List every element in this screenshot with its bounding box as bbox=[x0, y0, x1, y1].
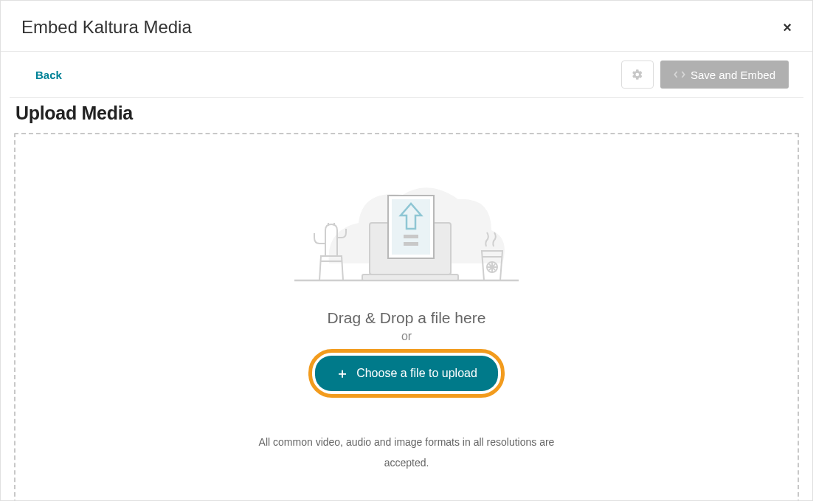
toolbar-right: Save and Embed bbox=[621, 61, 789, 89]
close-icon: × bbox=[783, 19, 792, 35]
close-button[interactable]: × bbox=[783, 20, 792, 35]
plus-icon: ＋ bbox=[336, 365, 349, 382]
toolbar: Back Save and Embed bbox=[10, 52, 803, 98]
modal-title: Embed Kaltura Media bbox=[21, 17, 192, 38]
svg-rect-8 bbox=[404, 235, 418, 238]
upload-illustration bbox=[288, 156, 525, 289]
choose-file-label: Choose a file to upload bbox=[356, 367, 477, 380]
drop-prompt-text: Drag & Drop a file here bbox=[23, 309, 790, 327]
highlight-ring: ＋ Choose a file to upload bbox=[308, 349, 505, 398]
modal-header: Embed Kaltura Media × bbox=[1, 1, 812, 52]
svg-rect-9 bbox=[404, 242, 418, 246]
svg-rect-5 bbox=[362, 275, 458, 280]
embed-icon bbox=[674, 70, 685, 79]
save-and-embed-button[interactable]: Save and Embed bbox=[660, 61, 789, 89]
settings-button[interactable] bbox=[621, 61, 654, 89]
upload-dropzone[interactable]: Drag & Drop a file here or ＋ Choose a fi… bbox=[14, 133, 799, 501]
or-text: or bbox=[23, 330, 790, 343]
back-link[interactable]: Back bbox=[35, 69, 62, 81]
accepted-formats-text: All common video, audio and image format… bbox=[244, 432, 569, 473]
choose-file-button[interactable]: ＋ Choose a file to upload bbox=[315, 356, 498, 391]
save-embed-label: Save and Embed bbox=[691, 69, 775, 81]
gear-icon bbox=[632, 69, 643, 80]
page-title: Upload Media bbox=[1, 98, 812, 133]
